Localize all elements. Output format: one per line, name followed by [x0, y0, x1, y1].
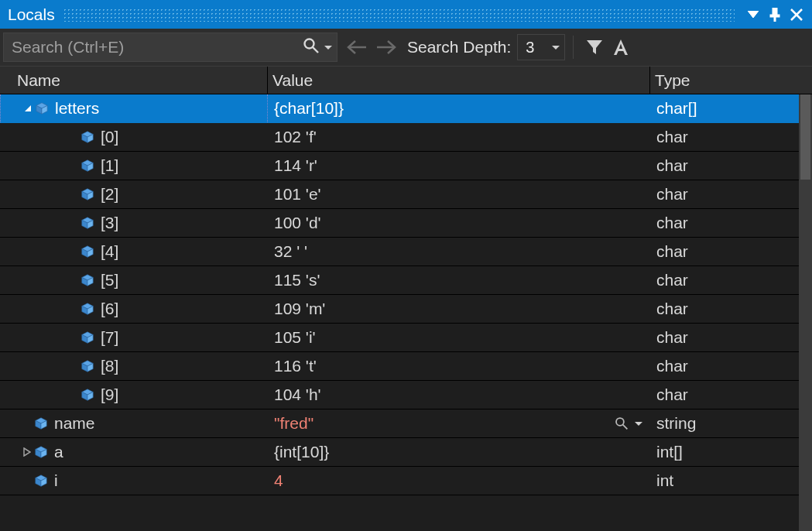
- variable-value: 114 'r': [274, 156, 317, 175]
- toolbar-separator: [573, 36, 574, 59]
- variable-row[interactable]: [2]101 'e'char: [0, 180, 812, 209]
- variable-row[interactable]: [1]114 'r'char: [0, 152, 812, 180]
- expander-icon[interactable]: [22, 103, 33, 114]
- variable-type: char: [656, 271, 688, 289]
- name-cell: letters: [0, 94, 268, 122]
- window-title: Locals: [8, 5, 55, 24]
- variable-name: [7]: [101, 328, 118, 347]
- search-prev-button[interactable]: [342, 33, 372, 62]
- field-icon: [81, 130, 94, 144]
- variable-row[interactable]: name"fred"string: [0, 409, 812, 438]
- close-button[interactable]: [786, 4, 807, 26]
- variable-name: [5]: [101, 271, 118, 289]
- titlebar-grip[interactable]: [63, 8, 735, 22]
- variable-value: 115 's': [274, 271, 320, 289]
- field-icon: [81, 359, 94, 373]
- type-cell: char: [650, 381, 780, 409]
- value-cell[interactable]: 4: [268, 467, 650, 495]
- variable-row[interactable]: i4int: [0, 467, 812, 495]
- window-options-button[interactable]: [742, 4, 764, 26]
- variable-row[interactable]: [4]32 ' 'char: [0, 238, 812, 266]
- variable-row[interactable]: [3]100 'd'char: [0, 209, 812, 238]
- search-depth-combo[interactable]: 3: [517, 34, 565, 60]
- value-cell[interactable]: {int[10]}: [268, 438, 650, 466]
- column-headers: Name Value Type: [0, 67, 812, 94]
- variable-value: 104 'h': [274, 385, 321, 404]
- titlebar: Locals: [0, 0, 812, 29]
- variable-row[interactable]: [8]116 't'char: [0, 352, 812, 381]
- value-cell[interactable]: "fred": [268, 409, 650, 437]
- visualizer-button[interactable]: [615, 416, 642, 430]
- arrow-left-icon: [346, 39, 368, 55]
- variable-type: char[]: [656, 99, 697, 118]
- variable-type: char: [656, 156, 688, 175]
- header-name[interactable]: Name: [12, 67, 268, 94]
- filter-button[interactable]: [581, 33, 608, 62]
- search-dropdown-icon[interactable]: [324, 46, 332, 50]
- value-cell[interactable]: 32 ' ': [268, 238, 650, 266]
- type-cell: char: [650, 295, 780, 323]
- variable-value: 101 'e': [274, 185, 321, 204]
- pin-button[interactable]: [764, 4, 786, 26]
- variable-type: char: [656, 128, 688, 146]
- variable-name: [4]: [101, 242, 118, 261]
- search-input[interactable]: Search (Ctrl+E): [3, 33, 337, 62]
- chevron-down-icon: [748, 11, 759, 19]
- value-cell[interactable]: 115 's': [268, 266, 650, 294]
- expander-icon[interactable]: [22, 447, 33, 457]
- letter-a-icon: [612, 38, 630, 57]
- field-icon: [81, 245, 94, 259]
- search-icon[interactable]: [303, 37, 320, 58]
- type-cell: char: [650, 123, 780, 151]
- field-icon: [81, 216, 94, 230]
- variable-type: string: [656, 414, 696, 433]
- value-cell[interactable]: 104 'h': [268, 381, 650, 409]
- variable-row[interactable]: [6]109 'm'char: [0, 295, 812, 324]
- value-cell[interactable]: 100 'd': [268, 209, 650, 237]
- header-type[interactable]: Type: [650, 67, 780, 94]
- name-cell: [8]: [0, 352, 268, 380]
- field-icon: [35, 101, 49, 115]
- vertical-scrollbar[interactable]: [799, 94, 812, 531]
- variable-value: 109 'm': [274, 300, 325, 318]
- variable-name: a: [54, 443, 63, 461]
- header-value[interactable]: Value: [268, 67, 650, 94]
- field-icon: [81, 388, 94, 402]
- type-cell: char: [650, 180, 780, 208]
- expander-icon: [68, 246, 79, 257]
- search-next-button[interactable]: [372, 33, 401, 62]
- variable-name: [8]: [101, 357, 118, 375]
- value-cell[interactable]: 114 'r': [268, 152, 650, 180]
- field-icon: [81, 187, 94, 201]
- variable-row[interactable]: [9]104 'h'char: [0, 381, 812, 409]
- variable-value: 105 'i': [274, 328, 316, 347]
- variable-type: char: [656, 242, 688, 261]
- variable-row[interactable]: [5]115 's'char: [0, 266, 812, 295]
- variable-row[interactable]: [0]102 'f'char: [0, 123, 812, 152]
- variable-row[interactable]: [7]105 'i'char: [0, 324, 812, 352]
- expander-icon: [68, 275, 79, 286]
- value-cell[interactable]: {char[10]}: [268, 94, 650, 122]
- type-cell: int: [650, 467, 780, 495]
- variable-name: name: [54, 414, 95, 433]
- name-cell: [1]: [0, 152, 268, 180]
- name-cell: [3]: [0, 209, 268, 237]
- svg-rect-1: [773, 8, 777, 15]
- search-depth-value: 3: [526, 39, 534, 57]
- variable-row[interactable]: a{int[10]}int[]: [0, 438, 812, 467]
- value-cell[interactable]: 102 'f': [268, 123, 650, 151]
- type-cell: char: [650, 266, 780, 294]
- scrollbar-thumb[interactable]: [800, 94, 810, 180]
- text-format-button[interactable]: [608, 33, 634, 62]
- variable-value: {int[10]}: [274, 443, 329, 461]
- value-cell[interactable]: 116 't': [268, 352, 650, 380]
- variable-name: [2]: [101, 185, 118, 204]
- variable-row[interactable]: letters{char[10]}char[]: [0, 94, 812, 123]
- value-cell[interactable]: 109 'm': [268, 295, 650, 323]
- pin-icon: [769, 8, 781, 22]
- value-cell[interactable]: 105 'i': [268, 324, 650, 351]
- chevron-down-icon: [635, 422, 642, 426]
- value-cell[interactable]: 101 'e': [268, 180, 650, 208]
- variable-value: 32 ' ': [274, 242, 307, 261]
- name-cell: name: [0, 409, 268, 437]
